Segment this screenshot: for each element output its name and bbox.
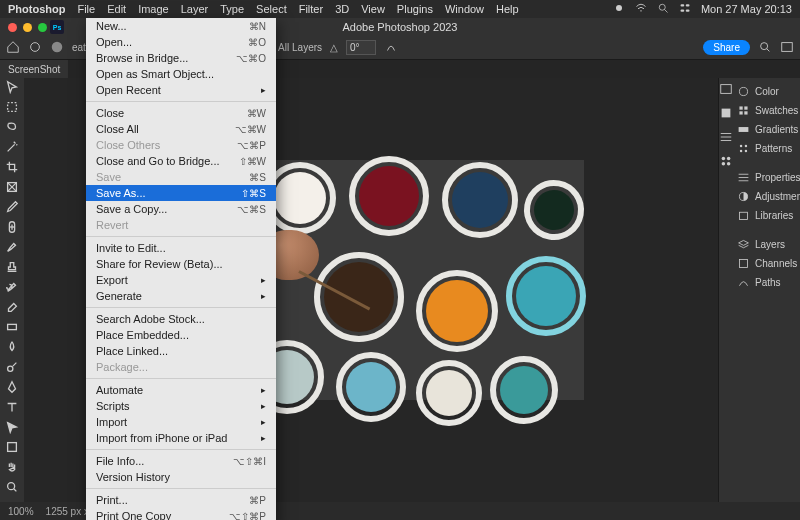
menu-item[interactable]: File Info...⌥⇧⌘I: [86, 453, 276, 469]
panel-layers[interactable]: Layers: [733, 235, 800, 254]
menu-item[interactable]: Invite to Edit...: [86, 240, 276, 256]
panel-icon[interactable]: [719, 82, 733, 98]
app-name[interactable]: Photoshop: [8, 3, 65, 15]
svg-line-10: [767, 48, 770, 51]
zoom-tool[interactable]: [3, 480, 21, 494]
shape-tool[interactable]: [3, 440, 21, 454]
menu-item[interactable]: Export▸: [86, 272, 276, 288]
share-button[interactable]: Share: [703, 40, 750, 55]
wifi-icon[interactable]: [635, 2, 647, 16]
control-center-icon[interactable]: [679, 2, 691, 16]
svg-rect-28: [721, 85, 732, 94]
brush-preview[interactable]: [50, 40, 64, 56]
eraser-tool[interactable]: [3, 300, 21, 314]
document-tab[interactable]: ScreenShot: [0, 60, 68, 78]
panel-color[interactable]: Color: [733, 82, 800, 101]
svg-rect-39: [739, 127, 749, 132]
gradient-tool[interactable]: [3, 320, 21, 334]
menu-layer[interactable]: Layer: [181, 3, 209, 15]
menu-plugins[interactable]: Plugins: [397, 3, 433, 15]
menu-help[interactable]: Help: [496, 3, 519, 15]
dodge-tool[interactable]: [3, 360, 21, 374]
panel-swatches[interactable]: Swatches: [733, 101, 800, 120]
svg-rect-19: [8, 324, 17, 329]
panel-patterns[interactable]: Patterns: [733, 139, 800, 158]
menu-item[interactable]: Share for Review (Beta)...: [86, 256, 276, 272]
close-window[interactable]: [8, 23, 17, 32]
menu-image[interactable]: Image: [138, 3, 169, 15]
menu-item[interactable]: Save a Copy...⌥⌘S: [86, 201, 276, 217]
menu-item[interactable]: Open as Smart Object...: [86, 66, 276, 82]
menu-item[interactable]: Search Adobe Stock...: [86, 311, 276, 327]
svg-point-23: [8, 483, 15, 490]
menu-window[interactable]: Window: [445, 3, 484, 15]
panel-paths[interactable]: Paths: [733, 273, 800, 292]
minimize-window[interactable]: [23, 23, 32, 32]
menu-edit[interactable]: Edit: [107, 3, 126, 15]
menu-item[interactable]: Import from iPhone or iPad▸: [86, 430, 276, 446]
menu-item[interactable]: Import▸: [86, 414, 276, 430]
menu-item[interactable]: New...⌘N: [86, 18, 276, 34]
panel-channels[interactable]: Channels: [733, 254, 800, 273]
lasso-tool[interactable]: [3, 120, 21, 134]
menu-item[interactable]: Scripts▸: [86, 398, 276, 414]
panel-adjustments[interactable]: Adjustments: [733, 187, 800, 206]
panel-gradients[interactable]: Gradients: [733, 120, 800, 139]
type-tool[interactable]: [3, 400, 21, 414]
menu-item[interactable]: Place Linked...: [86, 343, 276, 359]
history-brush-tool[interactable]: [3, 280, 21, 294]
menu-item[interactable]: Open...⌘O: [86, 34, 276, 50]
wand-tool[interactable]: [3, 140, 21, 154]
clock[interactable]: Mon 27 May 20:13: [701, 3, 792, 15]
menu-item[interactable]: Version History: [86, 469, 276, 485]
menu-item[interactable]: Generate▸: [86, 288, 276, 304]
pen-tool[interactable]: [3, 380, 21, 394]
menu-item[interactable]: Close⌘W: [86, 105, 276, 121]
menu-item[interactable]: Automate▸: [86, 382, 276, 398]
panel-libraries[interactable]: Libraries: [733, 206, 800, 225]
menu-item[interactable]: Browse in Bridge...⌥⌘O: [86, 50, 276, 66]
search-icon[interactable]: [657, 2, 669, 16]
menu-3d[interactable]: 3D: [335, 3, 349, 15]
menu-view[interactable]: View: [361, 3, 385, 15]
angle-input[interactable]: 0°: [346, 40, 376, 55]
crop-tool[interactable]: [3, 160, 21, 174]
zoom-window[interactable]: [38, 23, 47, 32]
menu-item[interactable]: Open Recent▸: [86, 82, 276, 98]
healing-tool[interactable]: [3, 220, 21, 234]
panel-icon[interactable]: [719, 106, 733, 122]
stamp-tool[interactable]: [3, 260, 21, 274]
tool-preset-icon[interactable]: [28, 40, 42, 56]
screen-record-icon[interactable]: [613, 2, 625, 16]
menu-file[interactable]: File: [77, 3, 95, 15]
eyedropper-tool[interactable]: [3, 200, 21, 214]
menu-item[interactable]: Place Embedded...: [86, 327, 276, 343]
path-tool[interactable]: [3, 420, 21, 434]
panel-icon[interactable]: [719, 130, 733, 146]
home-icon[interactable]: [6, 40, 20, 56]
file-menu-dropdown: New...⌘NOpen...⌘OBrowse in Bridge...⌥⌘OO…: [86, 18, 276, 520]
workspace-icon[interactable]: [780, 40, 794, 56]
frame-tool[interactable]: [3, 180, 21, 194]
menu-filter[interactable]: Filter: [299, 3, 323, 15]
menu-type[interactable]: Type: [220, 3, 244, 15]
search-ps-icon[interactable]: [758, 40, 772, 56]
brush-tool[interactable]: [3, 240, 21, 254]
pressure-icon[interactable]: [384, 40, 398, 56]
menu-item[interactable]: Save As...⇧⌘S: [86, 185, 276, 201]
menu-item[interactable]: Print...⌘P: [86, 492, 276, 508]
move-tool[interactable]: [3, 80, 21, 94]
zoom-level[interactable]: 100%: [8, 506, 34, 517]
menu-item[interactable]: Close All⌥⌘W: [86, 121, 276, 137]
menu-item: Save⌘S: [86, 169, 276, 185]
angle-icon: △: [330, 42, 338, 53]
traffic-lights: [8, 23, 47, 32]
panel-icon[interactable]: [719, 154, 733, 170]
menu-select[interactable]: Select: [256, 3, 287, 15]
menu-item[interactable]: Print One Copy⌥⇧⌘P: [86, 508, 276, 520]
blur-tool[interactable]: [3, 340, 21, 354]
panel-properties[interactable]: Properties: [733, 168, 800, 187]
menu-item[interactable]: Close and Go to Bridge...⇧⌘W: [86, 153, 276, 169]
hand-tool[interactable]: [3, 460, 21, 474]
marquee-tool[interactable]: [3, 100, 21, 114]
